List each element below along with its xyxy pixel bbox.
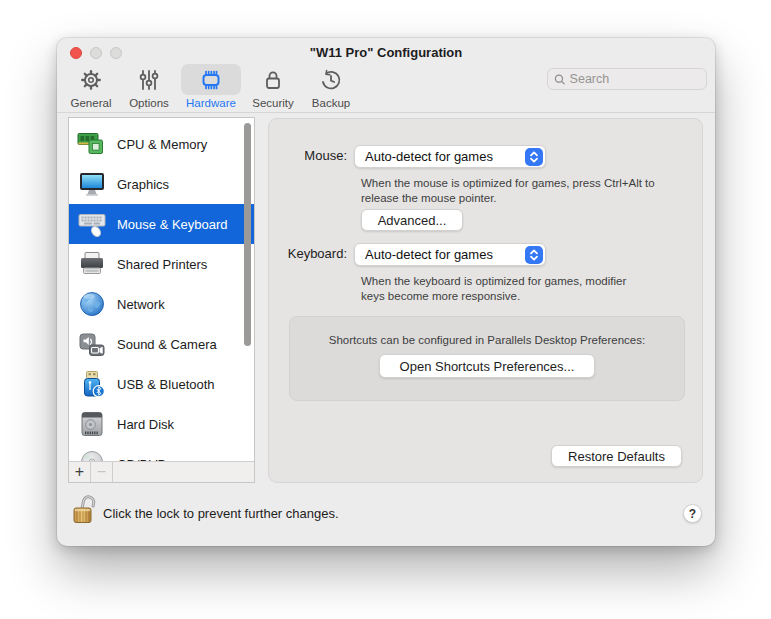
mouse-mode-value: Auto-detect for games <box>365 149 493 164</box>
shortcuts-text: Shortcuts can be configured in Parallels… <box>290 334 684 346</box>
sidebar-item-label: Hard Disk <box>117 417 174 432</box>
add-device-button[interactable]: + <box>69 462 91 482</box>
mouse-keyboard-pane: Mouse: Auto-detect for games When the mo… <box>268 118 703 483</box>
lock-hint-text: Click the lock to prevent further change… <box>103 506 339 521</box>
mouse-help-text: When the mouse is optimized for games, p… <box>361 176 679 206</box>
hardware-list-items: CPU & Memory Graphics <box>69 118 254 461</box>
tab-security[interactable]: Security <box>247 64 299 112</box>
sidebar-item-sound-camera[interactable]: Sound & Camera <box>69 324 254 364</box>
keyboard-mode-value: Auto-detect for games <box>365 247 493 262</box>
stepper-icon <box>525 148 543 166</box>
tab-options[interactable]: Options <box>123 64 175 112</box>
network-globe-icon <box>77 289 107 319</box>
sidebar-item-network[interactable]: Network <box>69 284 254 324</box>
keyboard-label: Keyboard: <box>269 246 347 261</box>
tab-backup[interactable]: Backup <box>305 64 357 112</box>
graphics-icon <box>77 169 107 199</box>
sidebar-item-usb-bluetooth[interactable]: USB & Bluetooth <box>69 364 254 404</box>
hardware-list: CPU & Memory Graphics <box>68 117 255 483</box>
sidebar-item-hard-disk[interactable]: Hard Disk <box>69 404 254 444</box>
search-input[interactable] <box>570 72 700 86</box>
sidebar-item-shared-printers[interactable]: Shared Printers <box>69 244 254 284</box>
sidebar-item-label: Sound & Camera <box>117 337 217 352</box>
sidebar-item-mouse-keyboard[interactable]: Mouse & Keyboard <box>69 204 254 244</box>
tab-hardware-label: Hardware <box>186 97 236 109</box>
sidebar-footer: + − <box>69 461 254 482</box>
chip-icon <box>181 64 241 95</box>
sidebar-item-label: CPU & Memory <box>117 137 207 152</box>
mouse-label: Mouse: <box>269 148 347 163</box>
toolbar: General Options <box>65 64 357 112</box>
sidebar-item-label: Shared Printers <box>117 257 207 272</box>
toolbar-divider <box>57 112 715 113</box>
mouse-mode-select[interactable]: Auto-detect for games <box>354 145 546 168</box>
lock-outline-icon <box>247 64 299 95</box>
configuration-window: "W11 Pro" Configuration Genera <box>57 38 715 546</box>
sidebar-item-label: Mouse & Keyboard <box>117 217 228 232</box>
sidebar-scrollbar-thumb[interactable] <box>244 123 251 346</box>
sidebar-item-cd-dvd[interactable]: CD/DVD <box>69 444 254 461</box>
search-icon <box>554 73 566 86</box>
open-shortcuts-preferences-button[interactable]: Open Shortcuts Preferences... <box>379 354 595 378</box>
window-title: "W11 Pro" Configuration <box>310 45 462 60</box>
remove-device-button[interactable]: − <box>91 462 113 482</box>
tab-backup-label: Backup <box>312 97 350 109</box>
advanced-button[interactable]: Advanced... <box>361 209 463 231</box>
mouse-keyboard-icon <box>77 209 107 239</box>
history-clock-icon <box>305 64 357 95</box>
tab-options-label: Options <box>129 97 169 109</box>
title-bar: "W11 Pro" Configuration <box>57 38 715 65</box>
help-button[interactable]: ? <box>683 504 702 523</box>
sidebar-item-label: Network <box>117 297 165 312</box>
tab-general-label: General <box>71 97 112 109</box>
shortcuts-box: Shortcuts can be configured in Parallels… <box>289 316 685 401</box>
zoom-button[interactable] <box>110 47 122 59</box>
printer-icon <box>77 249 107 279</box>
close-button[interactable] <box>70 47 82 59</box>
sliders-icon <box>123 64 175 95</box>
unlocked-padlock-icon[interactable] <box>72 492 102 526</box>
tab-general[interactable]: General <box>65 64 117 112</box>
stepper-icon <box>525 246 543 264</box>
tab-security-label: Security <box>252 97 294 109</box>
gear-icon <box>65 64 117 95</box>
traffic-lights <box>70 47 122 59</box>
search-field <box>547 68 707 90</box>
sound-camera-icon <box>77 329 107 359</box>
sidebar-item-label: USB & Bluetooth <box>117 377 215 392</box>
tab-hardware[interactable]: Hardware <box>181 64 241 112</box>
keyboard-mode-select[interactable]: Auto-detect for games <box>354 243 546 266</box>
sidebar-item-cpu-memory[interactable]: CPU & Memory <box>69 124 254 164</box>
sidebar-item-label: Graphics <box>117 177 169 192</box>
restore-defaults-button[interactable]: Restore Defaults <box>551 445 682 467</box>
usb-bluetooth-icon <box>77 369 107 399</box>
minimize-button[interactable] <box>90 47 102 59</box>
cd-dvd-icon <box>77 449 107 461</box>
keyboard-help-text: When the keyboard is optimized for games… <box>361 274 651 304</box>
hard-disk-icon <box>77 409 107 439</box>
sidebar-item-graphics[interactable]: Graphics <box>69 164 254 204</box>
cpu-memory-icon <box>77 129 107 159</box>
